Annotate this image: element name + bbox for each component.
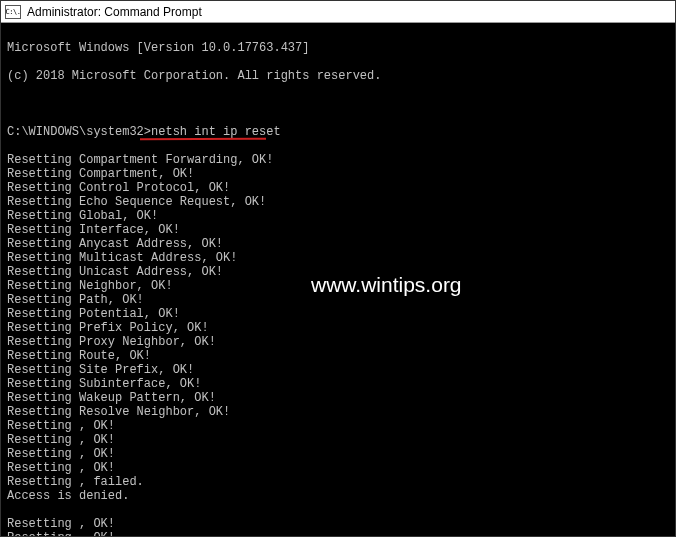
terminal-line: Resetting Compartment, OK!: [7, 167, 669, 181]
terminal-line: Resetting Global, OK!: [7, 209, 669, 223]
terminal-line: Resetting Control Protocol, OK!: [7, 181, 669, 195]
terminal-line: Resetting , OK!: [7, 461, 669, 475]
terminal-line: Resetting Neighbor, OK!: [7, 279, 669, 293]
terminal-line: Resetting Echo Sequence Request, OK!: [7, 195, 669, 209]
terminal-line: (c) 2018 Microsoft Corporation. All righ…: [7, 69, 669, 83]
terminal-line: Resetting Anycast Address, OK!: [7, 237, 669, 251]
prompt-prefix: C:\WINDOWS\system32>: [7, 125, 151, 139]
cmd-icon: C:\.: [5, 5, 21, 19]
terminal-line: Resetting Proxy Neighbor, OK!: [7, 335, 669, 349]
terminal-line: [7, 503, 669, 517]
terminal-line: Access is denied.: [7, 489, 669, 503]
terminal-line: Resetting , OK!: [7, 433, 669, 447]
terminal-line: Resetting Compartment Forwarding, OK!: [7, 153, 669, 167]
terminal-line: Resetting Unicast Address, OK!: [7, 265, 669, 279]
terminal-line: Resetting , OK!: [7, 447, 669, 461]
terminal-line: Resetting Route, OK!: [7, 349, 669, 363]
terminal-line: Resetting Interface, OK!: [7, 223, 669, 237]
terminal-line: Resetting Multicast Address, OK!: [7, 251, 669, 265]
red-underline-annotation: [140, 136, 266, 141]
terminal-line: Resetting Path, OK!: [7, 293, 669, 307]
terminal-line: Resetting Wakeup Pattern, OK!: [7, 391, 669, 405]
terminal-line: Resetting , OK!: [7, 419, 669, 433]
terminal-line: Resetting Subinterface, OK!: [7, 377, 669, 391]
window-title: Administrator: Command Prompt: [27, 5, 671, 19]
terminal-line: Resetting Site Prefix, OK!: [7, 363, 669, 377]
titlebar[interactable]: C:\. Administrator: Command Prompt: [1, 1, 675, 23]
terminal-line: Resetting , OK!: [7, 531, 669, 536]
terminal-line: Resetting Resolve Neighbor, OK!: [7, 405, 669, 419]
terminal-line: Resetting Prefix Policy, OK!: [7, 321, 669, 335]
command-prompt-window: C:\. Administrator: Command Prompt Micro…: [1, 1, 675, 536]
terminal-line: Resetting , failed.: [7, 475, 669, 489]
terminal-line: Resetting Potential, OK!: [7, 307, 669, 321]
terminal-line: Microsoft Windows [Version 10.0.17763.43…: [7, 41, 669, 55]
terminal-line: Resetting , OK!: [7, 517, 669, 531]
terminal-blank: [7, 97, 669, 111]
prompt-line: C:\WINDOWS\system32>netsh int ip reset: [7, 125, 669, 139]
terminal-output[interactable]: Microsoft Windows [Version 10.0.17763.43…: [1, 23, 675, 536]
